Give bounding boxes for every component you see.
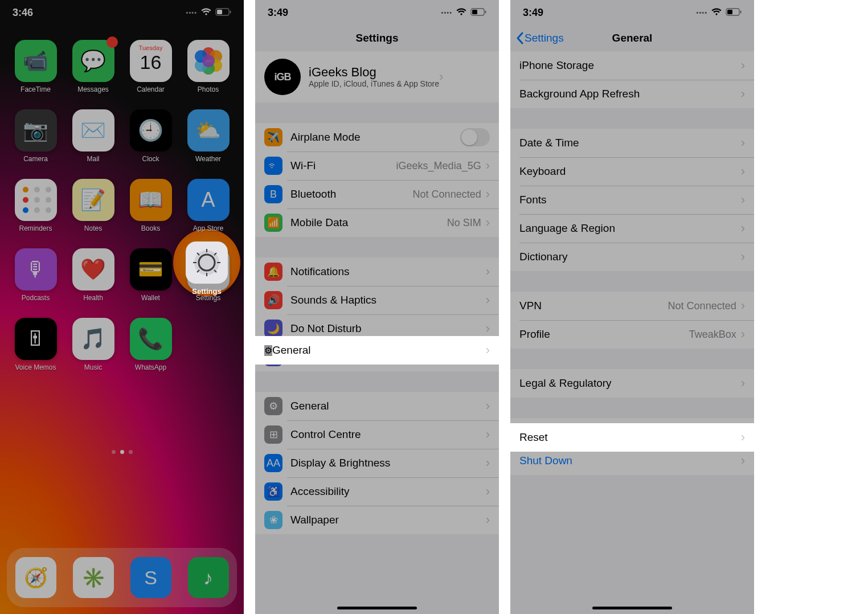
row-label: Background App Refresh bbox=[519, 88, 741, 100]
row-profile[interactable]: ProfileTweakBox› bbox=[510, 320, 754, 349]
dock: 🧭✳️S♪ bbox=[7, 548, 237, 607]
row-legal-&-regulatory[interactable]: Legal & Regulatory› bbox=[510, 369, 754, 398]
row-sounds-&-haptics[interactable]: 🔊Sounds & Haptics› bbox=[255, 286, 499, 314]
app-photos[interactable]: Photos bbox=[179, 40, 237, 93]
row-iphone-storage[interactable]: iPhone Storage› bbox=[510, 51, 754, 80]
app-clock[interactable]: 🕘Clock bbox=[122, 109, 179, 163]
row-wi-fi[interactable]: ᯤWi-FiiGeeks_Media_5G› bbox=[255, 152, 499, 180]
row-vpn[interactable]: VPNNot Connected› bbox=[510, 292, 754, 320]
row-label: Control Centre bbox=[290, 428, 486, 441]
app-music[interactable]: 🎵Music bbox=[64, 318, 122, 371]
row-dictionary[interactable]: Dictionary› bbox=[510, 243, 754, 271]
page-title: Settings bbox=[356, 32, 399, 44]
row-notifications[interactable]: 🔔Notifications› bbox=[255, 257, 499, 286]
svg-rect-16 bbox=[485, 10, 486, 13]
chevron-right-icon: › bbox=[486, 399, 490, 414]
row-label: Keyboard bbox=[519, 165, 741, 178]
row-reset-highlighted[interactable]: Reset › bbox=[510, 423, 754, 452]
back-button[interactable]: Settings bbox=[516, 32, 564, 44]
app-label: Books bbox=[141, 224, 160, 232]
chevron-left-icon bbox=[516, 32, 523, 44]
row-label: Language & Region bbox=[519, 222, 741, 235]
row-value: iGeeks_Media_5G bbox=[396, 160, 481, 172]
apple-id-row[interactable]: iGB iGeeks BlogApple ID, iCloud, iTunes … bbox=[255, 51, 499, 103]
chevron-right-icon: › bbox=[486, 343, 490, 358]
row-wallpaper[interactable]: ❀Wallpaper› bbox=[255, 506, 499, 534]
app-label: Messages bbox=[77, 85, 109, 93]
app-health[interactable]: ❤️Health bbox=[64, 248, 122, 302]
status-time: 3:46 bbox=[13, 7, 33, 19]
row-keyboard[interactable]: Keyboard› bbox=[510, 157, 754, 186]
control-centre-icon: ⊞ bbox=[264, 425, 282, 444]
app-whatsapp[interactable]: 📞WhatsApp bbox=[122, 318, 179, 371]
row-label: Date & Time bbox=[519, 137, 741, 149]
chevron-right-icon: › bbox=[741, 87, 745, 101]
chevron-right-icon: › bbox=[741, 193, 745, 207]
app-label: Notes bbox=[84, 224, 102, 232]
home-indicator[interactable] bbox=[592, 607, 672, 609]
page-indicator[interactable] bbox=[0, 450, 244, 454]
row-bluetooth[interactable]: BBluetoothNot Connected› bbox=[255, 180, 499, 208]
app-label: Clock bbox=[142, 155, 159, 163]
app-camera[interactable]: 📷Camera bbox=[7, 109, 64, 163]
mobile-data-icon: 📶 bbox=[264, 214, 282, 232]
app-podcasts[interactable]: 🎙Podcasts bbox=[7, 248, 64, 302]
dock-app-shazam[interactable]: S bbox=[130, 557, 171, 598]
row-background-app-refresh[interactable]: Background App Refresh› bbox=[510, 80, 754, 108]
app-wallet[interactable]: 💳Wallet bbox=[122, 248, 179, 302]
gear-icon bbox=[192, 248, 222, 277]
row-value: Not Connected bbox=[413, 189, 481, 200]
app-label: Health bbox=[83, 294, 103, 302]
app-books[interactable]: 📖Books bbox=[122, 179, 179, 232]
row-accessibility[interactable]: ♿Accessibility› bbox=[255, 477, 499, 506]
accessibility-icon: ♿ bbox=[264, 482, 282, 501]
app-weather[interactable]: ⛅Weather bbox=[179, 109, 237, 163]
app-label: Voice Memos bbox=[15, 363, 56, 371]
app-facetime[interactable]: 📹FaceTime bbox=[7, 40, 64, 93]
sounds-&-haptics-icon: 🔊 bbox=[264, 291, 282, 309]
chevron-right-icon: › bbox=[486, 456, 490, 470]
app-label: WhatsApp bbox=[135, 363, 166, 371]
chevron-right-icon: › bbox=[741, 136, 745, 150]
dock-app-safari[interactable]: 🧭 bbox=[15, 557, 56, 598]
status-time: 3:49 bbox=[268, 7, 288, 19]
row-date-&-time[interactable]: Date & Time› bbox=[510, 129, 754, 157]
row-label: Profile bbox=[519, 328, 689, 341]
page-title: General bbox=[612, 32, 653, 44]
row-label: VPN bbox=[519, 300, 668, 312]
notification-badge bbox=[107, 36, 118, 48]
row-general[interactable]: ⚙︎General› bbox=[255, 392, 499, 420]
wifi-icon bbox=[711, 7, 722, 19]
toggle[interactable] bbox=[460, 128, 490, 146]
row-label: Shut Down bbox=[519, 455, 741, 467]
app-calendar[interactable]: Tuesday16Calendar bbox=[122, 40, 179, 93]
app-mail[interactable]: ✉️Mail bbox=[64, 109, 122, 163]
chevron-right-icon: › bbox=[486, 513, 490, 527]
app-settings-highlighted[interactable]: Settings bbox=[186, 241, 228, 296]
dock-app-spotify[interactable]: ♪ bbox=[188, 557, 229, 598]
row-language-&-region[interactable]: Language & Region› bbox=[510, 214, 754, 243]
row-label: Bluetooth bbox=[290, 188, 413, 200]
row-label: General bbox=[272, 344, 486, 357]
row-display-&-brightness[interactable]: AADisplay & Brightness› bbox=[255, 449, 499, 477]
display-&-brightness-icon: AA bbox=[264, 454, 282, 472]
app-notes[interactable]: 📝Notes bbox=[64, 179, 122, 232]
chevron-right-icon: › bbox=[741, 249, 745, 264]
row-mobile-data[interactable]: 📶Mobile DataNo SIM› bbox=[255, 208, 499, 237]
app-app-store[interactable]: AApp Store bbox=[179, 179, 237, 232]
row-general-highlighted[interactable]: ⚙︎ General › bbox=[255, 336, 499, 365]
row-label: Display & Brightness bbox=[290, 457, 486, 469]
row-label: Fonts bbox=[519, 194, 741, 206]
app-reminders[interactable]: Reminders bbox=[7, 179, 64, 232]
row-label: Reset bbox=[519, 431, 741, 444]
app-label: Mail bbox=[87, 155, 99, 163]
app-messages[interactable]: 💬Messages bbox=[64, 40, 122, 93]
app-voice-memos[interactable]: 🎚Voice Memos bbox=[7, 318, 64, 371]
row-airplane-mode[interactable]: ✈️Airplane Mode bbox=[255, 123, 499, 152]
row-control-centre[interactable]: ⊞Control Centre› bbox=[255, 420, 499, 449]
dock-app-slack[interactable]: ✳️ bbox=[73, 557, 114, 598]
row-fonts[interactable]: Fonts› bbox=[510, 186, 754, 214]
chevron-right-icon: › bbox=[486, 321, 490, 336]
chevron-right-icon: › bbox=[741, 376, 745, 391]
home-indicator[interactable] bbox=[337, 607, 417, 609]
